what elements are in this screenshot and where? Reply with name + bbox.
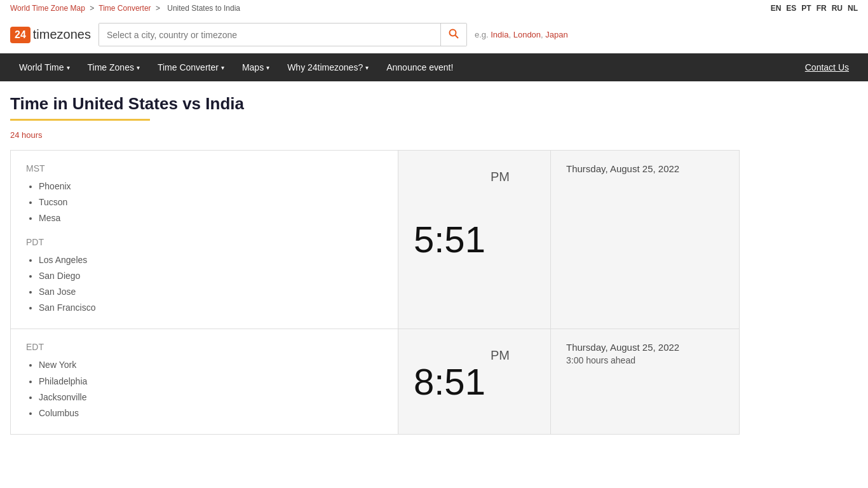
list-item: Los Angeles: [39, 252, 383, 268]
lang-es[interactable]: ES: [786, 4, 796, 13]
search-input[interactable]: [99, 24, 440, 46]
main-nav: World Time ▾ Time Zones ▾ Time Converter…: [0, 53, 868, 81]
table-row: MST Phoenix Tucson Mesa PDT Los Angeles …: [11, 151, 739, 329]
table-row: EDT New York Philadelphia Jacksonville C…: [11, 329, 739, 434]
site-logo[interactable]: 24 timezones: [10, 27, 91, 43]
nav-maps-chevron: ▾: [266, 64, 269, 71]
list-item: San Francisco: [39, 300, 383, 316]
time-display-2: 8:51: [414, 363, 485, 400]
search-examples: e.g. India, London, Japan: [475, 30, 568, 39]
breadcrumb: World Time Zone Map > Time Converter > U…: [10, 4, 243, 13]
nav-time-converter-chevron: ▾: [221, 64, 224, 71]
nav-maps[interactable]: Maps ▾: [233, 53, 278, 81]
nav-time-zones[interactable]: Time Zones ▾: [79, 53, 149, 81]
top-bar: World Time Zone Map > Time Converter > U…: [0, 0, 868, 17]
lang-fr[interactable]: FR: [817, 4, 827, 13]
ampm-2: PM: [491, 348, 510, 363]
search-button[interactable]: [440, 24, 466, 46]
search-container: [98, 23, 467, 46]
example-india[interactable]: India: [491, 30, 508, 39]
ahead-2: 3:00 hours ahead: [566, 355, 724, 365]
list-item: New York: [39, 357, 383, 373]
search-icon: [449, 29, 459, 39]
timezone-mst: MST Phoenix Tucson Mesa: [26, 163, 383, 227]
main-content: Time in United States vs India 24 hours …: [0, 81, 750, 447]
pdt-label: PDT: [26, 237, 383, 247]
breadcrumb-link-2[interactable]: Time Converter: [98, 4, 151, 13]
example-london[interactable]: London: [513, 30, 541, 39]
site-header: 24 timezones e.g. India, London, Japan: [0, 17, 868, 53]
cities-col-2: EDT New York Philadelphia Jacksonville C…: [11, 329, 398, 434]
ampm-1: PM: [491, 170, 510, 184]
time-col-2: 8:51 PM: [398, 329, 551, 434]
breadcrumb-current: United States to India: [167, 4, 240, 13]
examples-label: e.g.: [475, 30, 491, 39]
nav-time-converter[interactable]: Time Converter ▾: [149, 53, 233, 81]
breadcrumb-link-1[interactable]: World Time Zone Map: [10, 4, 85, 13]
lang-nl[interactable]: NL: [848, 4, 858, 13]
time-col-1: 5:51 PM: [398, 151, 551, 329]
nav-world-time-label: World Time: [19, 62, 64, 72]
logo-text: timezones: [33, 27, 91, 42]
svg-point-0: [449, 30, 456, 36]
date-2: Thursday, August 25, 2022: [566, 342, 724, 353]
list-item: Jacksonville: [39, 390, 383, 405]
date-col-2: Thursday, August 25, 2022 3:00 hours ahe…: [551, 329, 739, 434]
logo-number: 24: [10, 27, 31, 43]
nav-contact[interactable]: Contact Us: [796, 53, 858, 81]
nav-time-converter-label: Time Converter: [158, 62, 219, 72]
date-1: Thursday, August 25, 2022: [566, 163, 724, 174]
pdt-cities: Los Angeles San Diego San Jose San Franc…: [26, 252, 383, 316]
nav-announce[interactable]: Announce event!: [377, 53, 462, 81]
nav-time-zones-chevron: ▾: [137, 64, 140, 71]
nav-why-chevron: ▾: [365, 64, 369, 71]
title-underline: [10, 119, 150, 121]
list-item: Phoenix: [39, 179, 383, 194]
date-col-1: Thursday, August 25, 2022: [551, 151, 739, 329]
list-item: Tucson: [39, 194, 383, 210]
list-item: Philadelphia: [39, 374, 383, 390]
list-item: San Diego: [39, 268, 383, 284]
list-item: Mesa: [39, 210, 383, 226]
nav-maps-label: Maps: [242, 62, 264, 72]
time-display-1: 5:51: [414, 221, 485, 258]
example-japan[interactable]: Japan: [545, 30, 567, 39]
page-title: Time in United States vs India: [10, 94, 740, 114]
mst-label: MST: [26, 163, 383, 173]
list-item: Columbus: [39, 405, 383, 421]
lang-en[interactable]: EN: [771, 4, 782, 13]
language-switcher: EN ES PT FR RU NL: [771, 4, 858, 13]
nav-world-time-chevron: ▾: [67, 64, 70, 71]
timezone-pdt: PDT Los Angeles San Diego San Jose San F…: [26, 237, 383, 316]
timezone-edt: EDT New York Philadelphia Jacksonville C…: [26, 342, 383, 421]
list-item: San Jose: [39, 284, 383, 300]
edt-cities: New York Philadelphia Jacksonville Colum…: [26, 357, 383, 421]
hours-link[interactable]: 24 hours: [10, 130, 43, 140]
nav-items: World Time ▾ Time Zones ▾ Time Converter…: [10, 53, 796, 81]
nav-announce-label: Announce event!: [386, 62, 453, 72]
lang-pt[interactable]: PT: [801, 4, 811, 13]
nav-world-time[interactable]: World Time ▾: [10, 53, 79, 81]
nav-time-zones-label: Time Zones: [88, 62, 134, 72]
svg-line-1: [455, 36, 458, 39]
mst-cities: Phoenix Tucson Mesa: [26, 179, 383, 227]
cities-col-1: MST Phoenix Tucson Mesa PDT Los Angeles …: [11, 151, 398, 329]
lang-ru[interactable]: RU: [832, 4, 843, 13]
nav-why-label: Why 24timezones?: [287, 62, 363, 72]
time-table: MST Phoenix Tucson Mesa PDT Los Angeles …: [10, 150, 740, 435]
nav-why[interactable]: Why 24timezones? ▾: [278, 53, 377, 81]
edt-label: EDT: [26, 342, 383, 352]
